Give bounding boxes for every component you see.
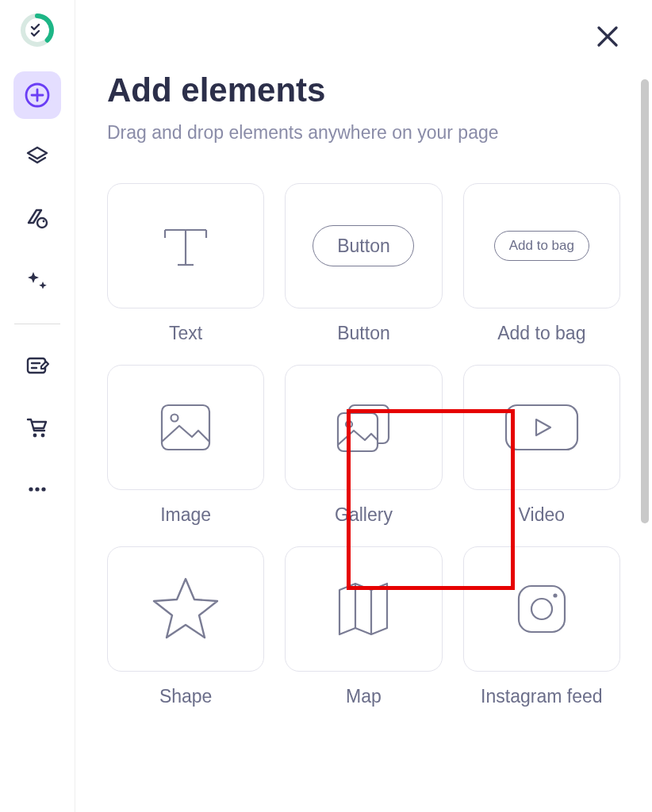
sparkle-icon (24, 267, 51, 294)
svg-point-22 (171, 415, 178, 422)
element-label: Text (169, 323, 202, 344)
element-label: Gallery (335, 504, 393, 526)
svg-point-5 (43, 220, 45, 223)
sidebar-button-effects[interactable] (13, 257, 61, 304)
sidebar-divider (14, 324, 60, 324)
element-label: Instagram feed (481, 686, 602, 707)
map-fold-icon (325, 571, 401, 647)
form-edit-icon (24, 352, 51, 379)
add-elements-panel: Add elements Drag and drop elements anyw… (75, 0, 652, 812)
video-icon (498, 396, 585, 459)
element-shape[interactable]: Shape (107, 546, 264, 707)
scrollbar-thumb[interactable] (641, 79, 649, 523)
element-image[interactable]: Image (107, 365, 264, 526)
element-label: Map (346, 686, 382, 707)
app-logo-icon (20, 13, 55, 48)
more-icon (24, 476, 51, 503)
elements-grid: Text Button Button Add to bag Add to bag (107, 183, 628, 707)
svg-point-4 (37, 218, 47, 228)
sidebar-button-more[interactable] (13, 465, 61, 513)
sidebar-button-theme[interactable] (13, 195, 61, 243)
element-button[interactable]: Button Button (285, 183, 442, 344)
sidebar-button-cart[interactable] (13, 404, 61, 451)
svg-rect-29 (519, 586, 565, 632)
element-label: Add to bag (497, 323, 585, 344)
svg-rect-26 (506, 405, 577, 450)
svg-point-9 (33, 434, 37, 438)
text-icon (154, 214, 217, 278)
svg-point-31 (553, 593, 557, 597)
layers-icon (24, 144, 51, 170)
element-label: Button (337, 323, 390, 344)
svg-point-11 (29, 487, 33, 491)
svg-point-30 (531, 599, 552, 619)
close-button[interactable] (595, 24, 620, 52)
element-video[interactable]: Video (463, 365, 620, 526)
svg-point-13 (41, 487, 45, 491)
palette-icon (24, 205, 51, 232)
sidebar-button-layers[interactable] (13, 133, 61, 181)
cart-icon (24, 414, 51, 441)
element-label: Video (519, 504, 565, 526)
element-text[interactable]: Text (107, 183, 264, 344)
sidebar (0, 0, 75, 812)
element-add-to-bag[interactable]: Add to bag Add to bag (463, 183, 620, 344)
sidebar-button-add[interactable] (13, 71, 61, 119)
image-icon (151, 393, 221, 462)
plus-circle-icon (24, 82, 51, 109)
svg-rect-21 (162, 405, 209, 450)
gallery-icon (325, 389, 401, 465)
scrollbar[interactable] (641, 79, 649, 793)
add-to-bag-pill-icon: Add to bag (494, 231, 589, 261)
element-instagram[interactable]: Instagram feed (463, 546, 620, 707)
svg-rect-24 (338, 413, 378, 451)
panel-subtitle: Drag and drop elements anywhere on your … (107, 122, 628, 144)
element-gallery[interactable]: Gallery (285, 365, 442, 526)
svg-point-12 (35, 487, 39, 491)
close-icon (595, 24, 620, 49)
instagram-icon (508, 575, 576, 643)
element-map[interactable]: Map (285, 546, 442, 707)
panel-title: Add elements (107, 71, 628, 109)
element-label: Shape (159, 686, 213, 707)
star-icon (146, 569, 225, 649)
button-pill-icon: Button (313, 225, 414, 266)
element-label: Image (160, 504, 211, 526)
svg-point-10 (41, 434, 45, 438)
sidebar-button-edit[interactable] (13, 342, 61, 389)
